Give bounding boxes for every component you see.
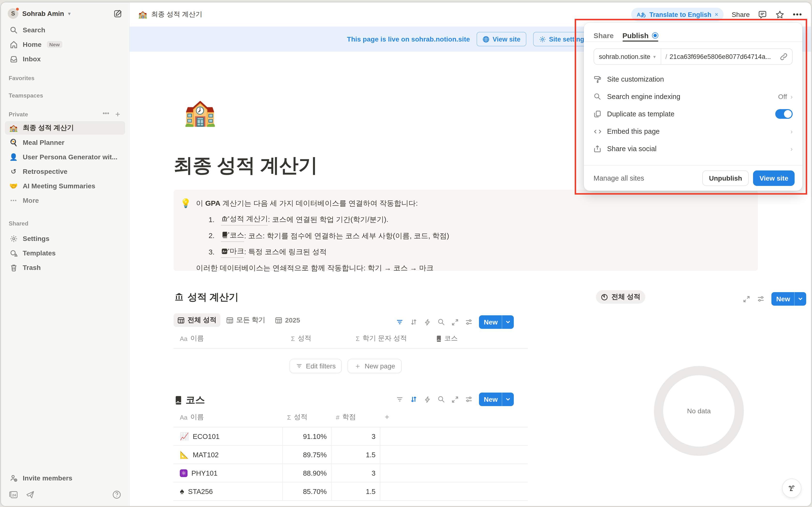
notion-ai-button[interactable] <box>782 478 801 498</box>
sidebar: S Sohrab Amin ▾ Search Home New Inbox Fa… <box>1 2 130 506</box>
column-header-name[interactable]: Aa 이름 <box>180 334 291 343</box>
breadcrumb-title: 최종 성적 계산기 <box>151 10 202 19</box>
new-page-button[interactable]: ＋ New page <box>348 359 401 373</box>
more-options-icon[interactable]: ••• <box>793 10 802 19</box>
sidebar-item-trash[interactable]: Trash <box>5 261 125 274</box>
sidebar-page-ai-meeting-summaries[interactable]: 🤝 AI Meeting Summaries <box>5 179 125 193</box>
sidebar-item-settings[interactable]: Settings <box>5 232 125 245</box>
table-row-sta256[interactable]: ♠STA256 85.70% 1.5 <box>173 483 528 501</box>
sidebar-item-more[interactable]: ⋯ More <box>5 193 125 207</box>
column-header-grade[interactable]: Σ 성적 <box>287 413 336 421</box>
chart-new-button[interactable]: New <box>771 292 806 306</box>
sidebar-item-home[interactable]: Home New <box>5 38 125 51</box>
search-icon <box>594 93 607 101</box>
column-header-term-letter[interactable]: Σ 학기 문자 성적 <box>356 334 436 343</box>
chevron-right-icon: › <box>791 93 793 101</box>
new-dropdown-icon[interactable] <box>794 292 806 306</box>
column-header-grade[interactable]: Σ 성적 <box>291 334 356 343</box>
donut-chart-empty: No data <box>654 366 744 456</box>
menu-item-share-via-social[interactable]: Share via social › <box>584 140 802 157</box>
text-type-icon: Aa <box>180 335 188 342</box>
tab-share[interactable]: Share <box>594 29 614 42</box>
view-tab-all-grades[interactable]: 전체 성적 <box>173 314 220 327</box>
sort-icon[interactable] <box>410 395 418 403</box>
page-title[interactable]: 최종 성적 계산기 <box>173 152 317 179</box>
courses-db-title[interactable]: 코스 <box>174 394 205 406</box>
calendar-icon[interactable]: 24 <box>9 490 18 499</box>
menu-item-embed-this-page[interactable]: Embed this page › <box>584 123 802 140</box>
comments-icon[interactable] <box>758 10 767 19</box>
view-site-banner-button[interactable]: View site <box>477 32 526 46</box>
expand-icon[interactable] <box>451 396 459 403</box>
close-icon[interactable]: × <box>715 11 718 18</box>
view-tab-2025[interactable]: 2025 <box>271 314 304 327</box>
expand-icon[interactable] <box>451 319 459 326</box>
row-emoji: ⚛ <box>180 469 188 477</box>
grades-db-title[interactable]: 성적 계산기 <box>174 291 239 304</box>
automation-icon[interactable] <box>424 319 431 326</box>
favorite-star-icon[interactable] <box>775 10 784 19</box>
unpublish-button[interactable]: Unpublish <box>702 170 749 186</box>
view-tab-all-terms[interactable]: 모든 학기 <box>222 314 269 327</box>
sidebar-item-search[interactable]: Search <box>5 23 125 37</box>
column-header-name[interactable]: Aa 이름 <box>180 413 287 421</box>
page-mention-grade-calculator[interactable]: ↗성적 계산기 <box>221 213 268 225</box>
compose-icon[interactable] <box>114 9 122 18</box>
sidebar-page-grade-calculator[interactable]: 🏫 최종 성적 계산기 <box>5 121 125 135</box>
filter-icon[interactable] <box>396 395 404 403</box>
sidebar-item-inbox[interactable]: Inbox <box>5 52 125 66</box>
sidebar-item-label: Home <box>23 41 42 48</box>
search-icon[interactable] <box>438 318 445 326</box>
column-header-course[interactable]: 코스 <box>436 334 458 343</box>
tab-publish[interactable]: Publish <box>622 29 658 42</box>
settings-sliders-icon[interactable] <box>757 295 765 303</box>
add-column-button[interactable]: + <box>385 413 389 421</box>
breadcrumb[interactable]: 🏫 최종 성적 계산기 <box>138 10 202 19</box>
table-row-phy101[interactable]: ⚛PHY101 88.90% 3 <box>173 464 528 483</box>
new-dropdown-icon[interactable] <box>502 315 514 329</box>
page-path-input[interactable]: / 21ca63f696e5806e8077d64714a... <box>661 53 778 60</box>
menu-item-search-engine-indexing[interactable]: Search engine indexing Off› <box>584 88 802 105</box>
automation-icon[interactable] <box>424 396 431 403</box>
table-row-eco101[interactable]: 📈ECO101 91.10% 3 <box>173 427 528 446</box>
settings-sliders-icon[interactable] <box>465 395 473 403</box>
link-icon[interactable] <box>778 53 792 60</box>
ellipsis-icon[interactable]: ••• <box>103 110 109 119</box>
filter-icon[interactable] <box>396 318 404 326</box>
expand-icon[interactable] <box>743 295 750 302</box>
cell-credits: 1.5 <box>332 483 380 500</box>
share-button[interactable]: Share <box>732 11 750 18</box>
domain-select[interactable]: sohrab.notion.site ▾ <box>594 49 661 64</box>
sidebar-page-retrospective[interactable]: ↺ Retrospective <box>5 165 125 178</box>
send-icon[interactable] <box>26 490 35 499</box>
menu-item-duplicate-as-template[interactable]: Duplicate as template <box>584 105 802 123</box>
help-icon[interactable] <box>112 490 121 499</box>
menu-item-site-customization[interactable]: Site customization <box>584 70 802 88</box>
page-icon[interactable]: 🏫 <box>184 98 216 126</box>
page-mention-marks[interactable]: A+↗마크 <box>221 245 244 258</box>
invite-members-button[interactable]: Invite members <box>5 471 125 485</box>
sort-icon[interactable] <box>410 318 418 326</box>
new-dropdown-icon[interactable] <box>502 393 514 406</box>
cell-name: ECO101 <box>193 433 219 440</box>
sidebar-item-templates[interactable]: Templates <box>5 246 125 260</box>
duplicate-template-toggle[interactable] <box>775 109 793 119</box>
grades-new-button[interactable]: New <box>479 315 514 329</box>
chart-view-tab[interactable]: 전체 성적 <box>596 290 645 304</box>
callout-outro: 이러한 데이터베이스는 연쇄적으로 함께 작동합니다: 학기 → 코스 → 마크 <box>196 262 449 274</box>
sidebar-page-meal-planner[interactable]: 🍳 Meal Planner <box>5 136 125 149</box>
workspace-switcher[interactable]: S Sohrab Amin ▾ <box>1 2 129 23</box>
view-site-button[interactable]: View site <box>753 170 795 186</box>
table-row-mat102[interactable]: 📐MAT102 89.75% 1.5 <box>173 446 528 464</box>
translate-chip[interactable]: Aあ Translate to English × <box>631 8 723 21</box>
plus-icon[interactable]: ＋ <box>114 110 121 119</box>
column-header-credits[interactable]: # 학점 <box>336 413 385 421</box>
courses-new-button[interactable]: New <box>479 393 514 406</box>
edit-filters-button[interactable]: Edit filters <box>290 359 342 373</box>
page-mention-courses[interactable]: ↗코스 <box>221 229 244 242</box>
sidebar-page-user-persona[interactable]: 👤 User Persona Generator wit... <box>5 150 125 164</box>
gear-icon <box>539 36 546 43</box>
search-icon[interactable] <box>438 395 445 403</box>
settings-sliders-icon[interactable] <box>465 318 473 326</box>
manage-all-sites-button[interactable]: Manage all sites <box>594 174 644 182</box>
